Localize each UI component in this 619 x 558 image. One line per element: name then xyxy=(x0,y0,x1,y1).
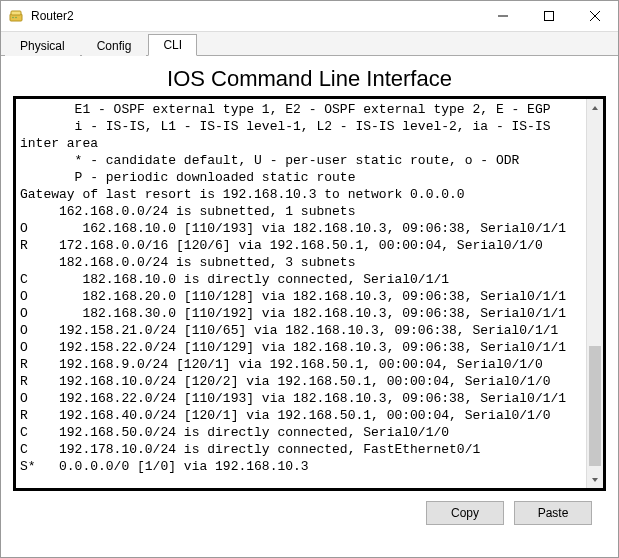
term-line: Gateway of last resort is 192.168.10.3 t… xyxy=(20,186,582,203)
term-line: O 192.158.21.0/24 [110/65] via 182.168.1… xyxy=(20,322,582,339)
scroll-up-button[interactable] xyxy=(587,99,603,116)
term-line: C 192.178.10.0/24 is directly connected,… xyxy=(20,441,582,458)
svg-marker-9 xyxy=(592,478,598,482)
paste-button[interactable]: Paste xyxy=(514,501,592,525)
svg-point-2 xyxy=(12,17,14,19)
scroll-track[interactable] xyxy=(587,116,603,471)
svg-rect-1 xyxy=(11,11,21,15)
term-line: S* 0.0.0.0/0 [1/0] via 192.168.10.3 xyxy=(20,458,582,475)
scroll-thumb[interactable] xyxy=(589,346,601,466)
titlebar: Router2 xyxy=(1,1,618,32)
copy-button[interactable]: Copy xyxy=(426,501,504,525)
term-line: O 192.168.22.0/24 [110/193] via 182.168.… xyxy=(20,390,582,407)
term-line: inter area xyxy=(20,135,582,152)
close-button[interactable] xyxy=(572,1,618,31)
app-icon xyxy=(9,8,25,24)
term-line: i - IS-IS, L1 - IS-IS level-1, L2 - IS-I… xyxy=(20,118,582,135)
tab-cli[interactable]: CLI xyxy=(148,34,197,56)
term-line: C 192.168.50.0/24 is directly connected,… xyxy=(20,424,582,441)
window-controls xyxy=(480,1,618,31)
term-line: * - candidate default, U - per-user stat… xyxy=(20,152,582,169)
footer-buttons: Copy Paste xyxy=(13,491,606,525)
content-area: IOS Command Line Interface E1 - OSPF ext… xyxy=(1,56,618,525)
term-line: R 192.168.9.0/24 [120/1] via 192.168.50.… xyxy=(20,356,582,373)
term-line: 182.168.0.0/24 is subnetted, 3 subnets xyxy=(20,254,582,271)
window-title: Router2 xyxy=(31,9,480,23)
term-line: 162.168.0.0/24 is subnetted, 1 subnets xyxy=(20,203,582,220)
svg-rect-5 xyxy=(545,12,554,21)
term-line: R 192.168.10.0/24 [120/2] via 192.168.50… xyxy=(20,373,582,390)
cli-terminal[interactable]: E1 - OSPF external type 1, E2 - OSPF ext… xyxy=(13,96,606,491)
heading-bar: IOS Command Line Interface xyxy=(13,60,606,96)
term-line: R 192.168.40.0/24 [120/1] via 192.168.50… xyxy=(20,407,582,424)
terminal-output[interactable]: E1 - OSPF external type 1, E2 - OSPF ext… xyxy=(16,99,586,488)
tab-bar: Physical Config CLI xyxy=(1,32,618,56)
terminal-scrollbar[interactable] xyxy=(586,99,603,488)
scroll-down-button[interactable] xyxy=(587,471,603,488)
term-line: O 192.158.22.0/24 [110/129] via 182.168.… xyxy=(20,339,582,356)
svg-marker-8 xyxy=(592,106,598,110)
term-line: E1 - OSPF external type 1, E2 - OSPF ext… xyxy=(20,101,582,118)
term-line: C 182.168.10.0 is directly connected, Se… xyxy=(20,271,582,288)
minimize-button[interactable] xyxy=(480,1,526,31)
term-line: O 182.168.30.0 [110/192] via 182.168.10.… xyxy=(20,305,582,322)
tab-physical[interactable]: Physical xyxy=(5,35,80,56)
svg-point-3 xyxy=(15,17,17,19)
maximize-button[interactable] xyxy=(526,1,572,31)
term-line: P - periodic downloaded static route xyxy=(20,169,582,186)
term-line: O 182.168.20.0 [110/128] via 182.168.10.… xyxy=(20,288,582,305)
cli-heading: IOS Command Line Interface xyxy=(167,66,452,91)
term-line: O 162.168.10.0 [110/193] via 182.168.10.… xyxy=(20,220,582,237)
tab-config[interactable]: Config xyxy=(82,35,147,56)
term-line: R 172.168.0.0/16 [120/6] via 192.168.50.… xyxy=(20,237,582,254)
